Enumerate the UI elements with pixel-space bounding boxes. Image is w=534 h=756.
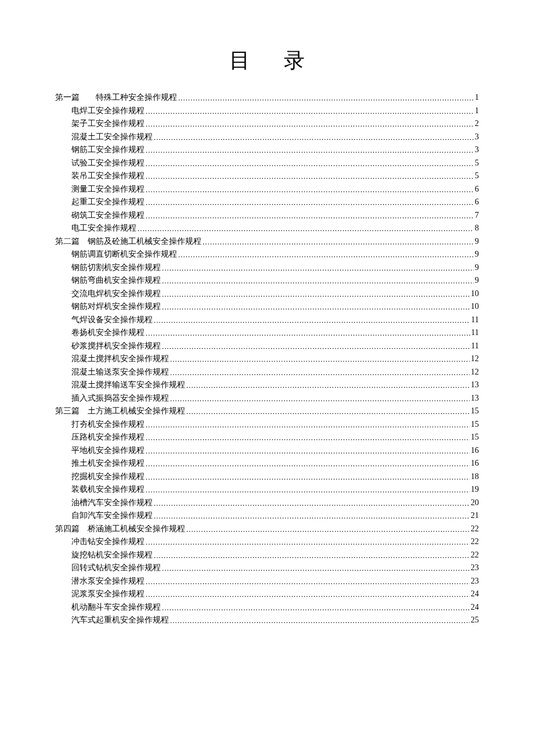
toc-entry: 挖掘机安全操作规程18 [55, 470, 479, 484]
toc-entry-page: 5 [475, 157, 479, 170]
toc-entry-label: 混凝土搅拌输送车安全操作规程 [71, 379, 185, 392]
toc-leader-dots [146, 536, 470, 549]
toc-entry-page: 23 [471, 561, 479, 575]
toc-entry: 砌筑工安全操作规程7 [55, 209, 479, 222]
toc-entry-page: 25 [471, 614, 479, 627]
toc-entry-label: 交流电焊机安全操作规程 [71, 287, 161, 301]
toc-entry: 钢筋调直切断机安全操作规程9 [55, 248, 479, 261]
toc-entry-page: 15 [471, 431, 479, 444]
toc-entry: 打夯机安全操作规程15 [55, 418, 479, 431]
toc-leader-dots [170, 366, 470, 380]
toc-entry-label: 混凝土工安全操作规程 [71, 131, 153, 144]
toc-entry-page: 19 [471, 483, 479, 496]
toc-leader-dots [146, 458, 470, 471]
toc-entry: 混凝土搅拌机安全操作规程12 [55, 352, 479, 366]
toc-entry-label: 砌筑工安全操作规程 [71, 209, 145, 222]
toc-leader-dots [162, 340, 470, 354]
toc-leader-dots [154, 131, 474, 145]
toc-entry-label: 钢筋切割机安全操作规程 [71, 261, 161, 275]
toc-entry-label: 试验工安全操作规程 [71, 157, 145, 170]
toc-entry: 架子工安全操作规程2 [55, 117, 479, 131]
toc-entry: 混凝土工安全操作规程3 [55, 131, 479, 144]
toc-entry-label: 砂浆搅拌机安全操作规程 [71, 340, 161, 353]
toc-leader-dots [146, 431, 470, 445]
toc-entry-label: 插入式振捣器安全操作规程 [71, 392, 169, 405]
toc-entry: 第一篇 特殊工种安全操作规程1 [55, 91, 479, 105]
toc-entry-label: 起重工安全操作规程 [71, 196, 145, 209]
toc-entry-page: 12 [471, 352, 479, 366]
toc-entry-page: 8 [475, 222, 479, 235]
toc-entry: 卷扬机安全操作规程11 [55, 326, 479, 340]
toc-leader-dots [146, 196, 474, 210]
toc-entry-label: 钢筋调直切断机安全操作规程 [71, 248, 177, 261]
toc-entry-label: 汽车式起重机安全操作规程 [71, 614, 169, 627]
toc-entry-label: 第二篇 钢筋及砼施工机械安全操作规程 [55, 235, 201, 249]
toc-entry-label: 气焊设备安全操作规程 [71, 314, 153, 327]
toc-entry: 气焊设备安全操作规程11 [55, 314, 479, 327]
toc-entry: 电工安全操作规程8 [55, 222, 479, 235]
toc-leader-dots [162, 262, 474, 275]
toc-entry: 冲击钻安全操作规程22 [55, 535, 479, 549]
toc-entry-label: 打夯机安全操作规程 [71, 418, 145, 431]
toc-entry-label: 钢筋对焊机安全操作规程 [71, 300, 161, 314]
toc-entry-page: 24 [471, 601, 479, 614]
toc-leader-dots [170, 393, 470, 406]
toc-entry: 试验工安全操作规程5 [55, 157, 479, 170]
toc-entry-label: 测量工安全操作规程 [71, 183, 145, 196]
toc-entry-label: 推土机安全操作规程 [71, 457, 145, 470]
toc-entry-label: 装吊工安全操作规程 [71, 170, 145, 183]
toc-entry-label: 机动翻斗车安全操作规程 [71, 601, 161, 614]
toc-leader-dots [186, 523, 470, 537]
toc-entry-page: 12 [471, 366, 479, 379]
toc-entry: 砂浆搅拌机安全操作规程11 [55, 340, 479, 353]
toc-entry-label: 电焊工安全操作规程 [71, 105, 145, 118]
toc-leader-dots [154, 497, 470, 510]
toc-entry: 第三篇 土方施工机械安全操作规程15 [55, 405, 479, 418]
toc-leader-dots [162, 301, 470, 314]
toc-entry-page: 22 [471, 549, 479, 562]
toc-entry-label: 卷扬机安全操作规程 [71, 326, 145, 340]
page-title: 目录 [55, 46, 479, 75]
toc-entry-label: 旋挖钻机安全操作规程 [71, 549, 153, 562]
toc-leader-dots [146, 144, 474, 157]
toc-entry: 混凝土搅拌输送车安全操作规程13 [55, 379, 479, 392]
toc-entry-page: 1 [475, 91, 479, 105]
toc-entry: 混凝土输送泵安全操作规程12 [55, 366, 479, 379]
toc-entry: 第二篇 钢筋及砼施工机械安全操作规程9 [55, 235, 479, 249]
toc-entry-page: 15 [471, 418, 479, 431]
toc-entry-label: 钢筋工安全操作规程 [71, 143, 145, 157]
toc-leader-dots [178, 249, 474, 262]
toc-leader-dots [154, 510, 470, 523]
toc-entry: 自卸汽车安全操作规程21 [55, 509, 479, 523]
toc-entry-label: 回转式钻机安全操作规程 [71, 561, 161, 575]
toc-leader-dots [162, 288, 470, 301]
toc-entry: 油槽汽车安全操作规程20 [55, 496, 479, 510]
toc-entry: 钢筋工安全操作规程3 [55, 143, 479, 157]
toc-leader-dots [146, 157, 474, 171]
toc-leader-dots [154, 549, 470, 563]
toc-leader-dots [162, 275, 474, 288]
toc-entry-page: 11 [471, 314, 479, 327]
toc-entry-label: 第三篇 土方施工机械安全操作规程 [55, 405, 185, 418]
toc-leader-dots [146, 471, 470, 484]
toc-entry: 旋挖钻机安全操作规程22 [55, 549, 479, 562]
toc-entry: 交流电焊机安全操作规程10 [55, 287, 479, 301]
toc-entry-label: 潜水泵安全操作规程 [71, 575, 145, 588]
toc-entry: 装载机安全操作规程19 [55, 483, 479, 496]
toc-entry: 第四篇 桥涵施工机械安全操作规程22 [55, 523, 479, 536]
toc-entry-label: 混凝土搅拌机安全操作规程 [71, 352, 169, 366]
toc-entry-label: 钢筋弯曲机安全操作规程 [71, 274, 161, 287]
toc-leader-dots [203, 236, 474, 249]
toc-entry-page: 9 [475, 248, 479, 261]
toc-entry-label: 平地机安全操作规程 [71, 444, 145, 458]
toc-entry-label: 泥浆泵安全操作规程 [71, 588, 145, 601]
toc-entry: 钢筋对焊机安全操作规程10 [55, 300, 479, 314]
toc-leader-dots [146, 105, 474, 118]
toc-entry-page: 20 [471, 496, 479, 510]
toc-entry-page: 11 [471, 340, 479, 353]
toc-entry-page: 5 [475, 170, 479, 183]
toc-entry: 推土机安全操作规程16 [55, 457, 479, 470]
toc-entry-label: 装载机安全操作规程 [71, 483, 145, 496]
toc-entry-label: 挖掘机安全操作规程 [71, 470, 145, 484]
toc-leader-dots [162, 602, 470, 615]
